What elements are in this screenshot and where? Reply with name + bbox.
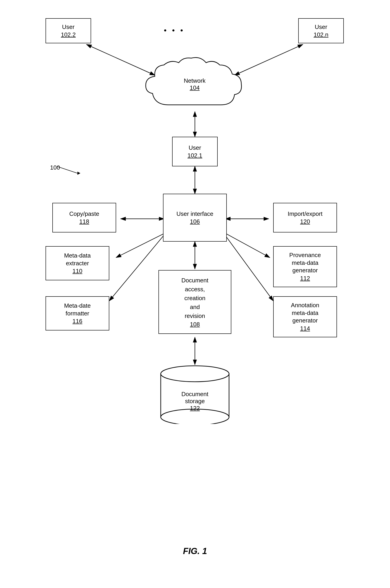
user-102-1-number: 102.1 <box>187 152 202 159</box>
user-102-1-label: User <box>189 144 201 152</box>
user-interface-106-box: User interface 106 <box>163 194 227 241</box>
meta-date-formatter-116-label: Meta-date formatter <box>64 302 91 317</box>
provenance-meta-data-112-number: 112 <box>300 275 310 282</box>
meta-data-extracter-110-number: 110 <box>72 268 82 275</box>
document-access-108-box: Document access, creation and revision 1… <box>158 270 231 334</box>
user-interface-106-number: 106 <box>190 218 200 225</box>
copy-paste-118-number: 118 <box>79 218 89 225</box>
meta-data-extracter-110-label: Meta-data extracter <box>64 252 91 267</box>
annotation-meta-data-114-number: 114 <box>300 325 310 332</box>
svg-marker-15 <box>77 172 80 175</box>
document-access-108-number: 108 <box>190 321 200 328</box>
user-102-2-box: User 102.2 <box>46 18 91 43</box>
diagram: User 102.2 • • • User 102.n Network 104 … <box>0 0 390 570</box>
provenance-meta-data-112-label: Provenance meta-data generator <box>289 251 321 274</box>
dots-separator: • • • <box>164 26 185 35</box>
svg-line-14 <box>57 166 77 173</box>
svg-line-9 <box>220 230 270 258</box>
annotation-meta-data-114-label: Annotation meta-data generator <box>291 301 319 325</box>
import-export-120-number: 120 <box>300 218 310 225</box>
meta-data-extracter-110-box: Meta-data extracter 110 <box>46 246 109 280</box>
network-label: Network 104 <box>184 77 205 91</box>
user-interface-106-label: User interface <box>176 210 213 218</box>
meta-date-formatter-116-number: 116 <box>72 318 82 325</box>
svg-point-18 <box>161 366 229 382</box>
network-cloud: Network 104 <box>141 55 248 112</box>
import-export-120-box: Import/export 120 <box>273 203 337 233</box>
fig-label: FIG. 1 <box>0 546 390 556</box>
copy-paste-118-box: Copy/paste 118 <box>52 203 116 233</box>
user-102-n-number: 102.n <box>313 31 328 38</box>
user-102-n-box: User 102.n <box>298 18 344 43</box>
meta-date-formatter-116-box: Meta-date formatter 116 <box>46 296 109 330</box>
annotation-meta-data-114-box: Annotation meta-data generator 114 <box>273 296 337 337</box>
svg-line-10 <box>109 233 166 301</box>
user-102-1-box: User 102.1 <box>172 137 218 166</box>
import-export-120-label: Import/export <box>288 210 322 218</box>
document-storage-122-cylinder: Document storage 122 <box>158 365 231 424</box>
user-102-2-label: User <box>62 23 75 31</box>
document-access-108-label: Document access, creation and revision <box>182 276 208 320</box>
copy-paste-118-label: Copy/paste <box>69 210 99 218</box>
document-storage-122-label: Document storage 122 <box>182 391 208 412</box>
provenance-meta-data-112-box: Provenance meta-data generator 112 <box>273 246 337 287</box>
svg-line-8 <box>116 230 171 258</box>
ref-100-label: 100 <box>50 164 60 171</box>
user-102-n-label: User <box>315 23 327 31</box>
user-102-2-number: 102.2 <box>61 31 76 38</box>
